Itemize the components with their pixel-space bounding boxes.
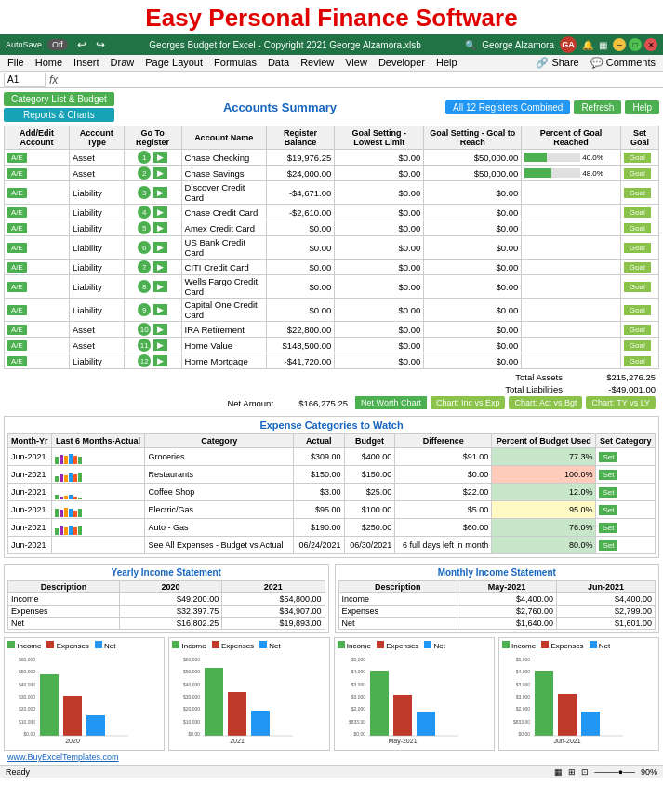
set-category-button[interactable]: Set	[599, 470, 617, 480]
goto-register-button[interactable]: ▶	[153, 324, 167, 335]
register-num: 5	[138, 221, 151, 234]
ae-button[interactable]: A/E	[7, 223, 27, 233]
ae-button[interactable]: A/E	[7, 305, 27, 315]
goto-register-button[interactable]: ▶	[153, 152, 167, 163]
name-cell: US Bank Credit Card	[181, 236, 266, 260]
goal-button[interactable]: Goal	[624, 188, 651, 198]
menu-review[interactable]: Review	[300, 57, 334, 69]
category-list-button[interactable]: Category List & Budget	[4, 92, 114, 106]
goto-register-button[interactable]: ▶	[153, 187, 167, 198]
menu-view[interactable]: View	[345, 57, 367, 69]
view-break-icon[interactable]: ⊡	[581, 767, 589, 777]
share-button[interactable]: 🔗 Share	[536, 57, 578, 69]
goal-button[interactable]: Goal	[624, 340, 651, 351]
exp-month: Jun-2021	[8, 466, 52, 484]
goal-button[interactable]: Goal	[624, 168, 651, 179]
yearly-income-table: Description20202021 Income$49,200.00$54,…	[7, 580, 325, 630]
ae-button[interactable]: A/E	[7, 188, 27, 198]
inc-vs-exp-button[interactable]: Chart: Inc vs Exp	[431, 396, 506, 409]
goto-register-button[interactable]: ▶	[153, 242, 167, 253]
reports-charts-button[interactable]: Reports & Charts	[4, 108, 114, 122]
zoom-slider[interactable]: ────●──	[594, 767, 635, 777]
search-icon[interactable]: 🔍	[465, 40, 476, 50]
ae-button[interactable]: A/E	[7, 356, 27, 366]
view-normal-icon[interactable]: ▦	[554, 767, 563, 777]
bell-icon[interactable]: 🔔	[582, 40, 593, 50]
goto-register-button[interactable]: ▶	[153, 304, 167, 315]
refresh-button[interactable]: Refresh	[574, 100, 621, 114]
formula-input[interactable]	[61, 74, 659, 86]
goal-button[interactable]: Goal	[624, 243, 651, 253]
goto-register-button[interactable]: ▶	[153, 167, 167, 179]
goto-register-button[interactable]: ▶	[153, 355, 167, 366]
goto-register-button[interactable]: ▶	[153, 261, 167, 273]
ae-button[interactable]: A/E	[7, 168, 27, 179]
ae-cell: A/E	[5, 338, 70, 353]
net-worth-chart-button[interactable]: Net Worth Chart	[355, 396, 427, 409]
close-button[interactable]: ✕	[644, 38, 657, 51]
goal-button[interactable]: Goal	[624, 153, 651, 163]
menu-draw[interactable]: Draw	[111, 57, 135, 69]
ribbon-icon[interactable]: ▦	[599, 40, 607, 50]
yearly-income-box: Yearly Income Statement Description20202…	[4, 564, 329, 633]
goal-button[interactable]: Goal	[624, 356, 651, 366]
ae-button[interactable]: A/E	[7, 340, 27, 351]
help-button[interactable]: Help	[625, 100, 659, 114]
svg-rect-45	[581, 712, 600, 736]
goal-button[interactable]: Goal	[624, 325, 651, 335]
menu-file[interactable]: File	[7, 57, 24, 69]
cell-reference[interactable]	[4, 73, 46, 87]
ae-button[interactable]: A/E	[7, 243, 27, 253]
goal-cell: Goal	[620, 236, 658, 260]
exp-diff: $0.00	[395, 466, 492, 484]
goto-register-button[interactable]: ▶	[153, 281, 167, 292]
ae-button[interactable]: A/E	[7, 153, 27, 163]
ae-cell: A/E	[5, 236, 70, 260]
menu-home[interactable]: Home	[35, 57, 62, 69]
set-category-button[interactable]: Set	[599, 505, 617, 515]
net-amount-value: $166,275.25	[281, 398, 355, 408]
act-vs-bgt-button[interactable]: Chart: Act vs Bgt	[509, 396, 582, 409]
comments-button[interactable]: 💬 Comments	[590, 57, 656, 69]
goto-register-button[interactable]: ▶	[153, 222, 167, 233]
accounts-table: Add/Edit Account Account Type Go To Regi…	[4, 126, 659, 369]
ae-button[interactable]: A/E	[7, 325, 27, 335]
menu-formulas[interactable]: Formulas	[214, 57, 257, 69]
menu-page-layout[interactable]: Page Layout	[145, 57, 203, 69]
svg-rect-44	[558, 694, 577, 736]
goal-button[interactable]: Goal	[624, 223, 651, 233]
goto-register-button[interactable]: ▶	[153, 339, 167, 351]
set-category-button[interactable]: Set	[599, 540, 617, 551]
view-page-icon[interactable]: ⊞	[568, 767, 576, 777]
menu-insert[interactable]: Insert	[73, 57, 99, 69]
high-cell: $0.00	[424, 181, 522, 205]
svg-text:$60,000: $60,000	[19, 657, 35, 662]
menu-developer[interactable]: Developer	[378, 57, 425, 69]
ae-button[interactable]: A/E	[7, 262, 27, 273]
goal-button[interactable]: Goal	[624, 305, 651, 315]
minimize-button[interactable]: ─	[613, 38, 626, 51]
goal-button[interactable]: Goal	[624, 262, 651, 273]
autosave-label: AutoSave	[6, 40, 42, 49]
autosave-toggle[interactable]: Off	[47, 39, 68, 50]
all-registers-button[interactable]: All 12 Registers Combined	[445, 100, 570, 114]
undo-icon[interactable]: ↩	[77, 38, 86, 51]
set-category-button[interactable]: Set	[599, 452, 617, 462]
ae-button[interactable]: A/E	[7, 207, 27, 218]
register-num: 8	[138, 280, 151, 293]
net-amount-row: Net Amount $166,275.25 Net Worth Chart C…	[4, 395, 659, 410]
set-category-button[interactable]: Set	[599, 487, 617, 498]
ae-button[interactable]: A/E	[7, 282, 27, 292]
menu-help[interactable]: Help	[436, 57, 457, 69]
yi-2020: $32,397.75	[119, 606, 221, 618]
redo-icon[interactable]: ↪	[96, 38, 105, 51]
ty-vs-ly-button[interactable]: Chart: TY vs LY	[586, 396, 656, 409]
buy-excel-link[interactable]: www.BuyExcelTemplates.com	[4, 751, 123, 764]
svg-text:$833.00: $833.00	[513, 719, 530, 725]
maximize-button[interactable]: □	[629, 38, 642, 51]
goto-register-button[interactable]: ▶	[153, 206, 167, 218]
menu-data[interactable]: Data	[268, 57, 289, 69]
set-category-button[interactable]: Set	[599, 523, 617, 533]
goal-button[interactable]: Goal	[624, 207, 651, 218]
goal-button[interactable]: Goal	[624, 282, 651, 292]
